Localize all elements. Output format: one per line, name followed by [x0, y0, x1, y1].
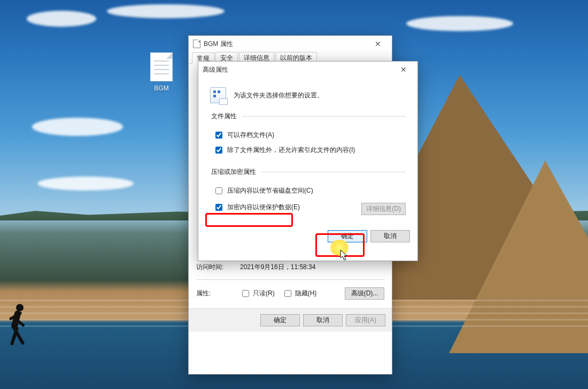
file-attributes-group: 文件属性 可以存档文件(A) 除了文件属性外，还允许索引此文件的内容(I) — [210, 112, 406, 162]
properties-ok-button[interactable]: 确定 — [260, 314, 300, 326]
advanced-button[interactable]: 高级(D)... — [345, 287, 384, 300]
archive-input[interactable] — [215, 132, 222, 139]
details-button[interactable]: 详细信息(D) — [361, 203, 406, 215]
settings-sheet-icon — [210, 87, 226, 103]
compress-encrypt-group: 压缩或加密属性 压缩内容以便节省磁盘空间(C) 加密内容以便保护数据(E) 详细… — [210, 167, 406, 219]
advanced-ok-button[interactable]: 确定 — [328, 230, 367, 242]
readonly-label: 只读(R) — [253, 289, 275, 298]
index-label: 除了文件属性外，还允许索引此文件的内容(I) — [227, 146, 355, 155]
compress-input[interactable] — [215, 187, 222, 194]
advanced-button-row: 确定 取消 — [198, 227, 417, 250]
advanced-attributes-dialog: 高级属性 ✕ 为该文件夹选择你想要的设置。 文件属性 可以存档文件(A) 除了文… — [198, 61, 418, 261]
readonly-input[interactable] — [242, 290, 249, 297]
archive-label: 可以存档文件(A) — [227, 131, 274, 140]
properties-titlebar[interactable]: BGM 属性 ✕ — [189, 36, 392, 52]
desktop-file-bgm[interactable]: BGM — [141, 52, 182, 92]
encrypt-checkbox[interactable]: 加密内容以便保护数据(E) — [213, 202, 300, 212]
wallpaper-runner — [2, 293, 29, 357]
archive-checkbox[interactable]: 可以存档文件(A) — [213, 130, 406, 140]
compress-checkbox[interactable]: 压缩内容以便节省磁盘空间(C) — [213, 186, 406, 196]
encrypt-input[interactable] — [215, 204, 222, 211]
properties-apply-button[interactable]: 应用(A) — [346, 314, 385, 326]
readonly-checkbox[interactable]: 只读(R) — [240, 288, 275, 299]
file-attributes-legend: 文件属性 — [210, 112, 242, 121]
advanced-cancel-button[interactable]: 取消 — [370, 230, 410, 242]
index-input[interactable] — [215, 147, 222, 154]
access-time-row: 访问时间: 2021年9月16日，11:58:34 — [196, 263, 384, 272]
desktop-file-label: BGM — [141, 85, 182, 92]
advanced-intro: 为该文件夹选择你想要的设置。 — [234, 91, 323, 100]
close-icon[interactable]: ✕ — [366, 36, 390, 52]
hidden-label: 隐藏(H) — [295, 289, 317, 298]
properties-button-row: 确定 取消 应用(A) — [189, 308, 392, 332]
document-icon — [193, 40, 200, 48]
compress-encrypt-legend: 压缩或加密属性 — [210, 167, 261, 177]
encrypt-label: 加密内容以便保护数据(E) — [227, 203, 300, 212]
index-checkbox[interactable]: 除了文件属性外，还允许索引此文件的内容(I) — [213, 145, 406, 155]
attributes-row: 属性: 只读(R) 隐藏(H) 高级(D)... — [196, 287, 384, 300]
access-time-label: 访问时间: — [196, 263, 240, 272]
properties-title: BGM 属性 — [204, 40, 233, 49]
file-icon — [150, 52, 173, 81]
hidden-checkbox[interactable]: 隐藏(H) — [282, 288, 317, 299]
hidden-input[interactable] — [284, 290, 291, 297]
advanced-title: 高级属性 — [203, 65, 228, 74]
compress-label: 压缩内容以便节省磁盘空间(C) — [227, 186, 313, 195]
attributes-label: 属性: — [196, 289, 240, 298]
close-icon[interactable]: ✕ — [392, 62, 415, 78]
advanced-body: 为该文件夹选择你想要的设置。 文件属性 可以存档文件(A) 除了文件属性外，还允… — [198, 78, 417, 227]
access-time-value: 2021年9月16日，11:58:34 — [240, 263, 315, 272]
advanced-titlebar[interactable]: 高级属性 ✕ — [198, 62, 417, 78]
properties-cancel-button[interactable]: 取消 — [303, 314, 343, 326]
